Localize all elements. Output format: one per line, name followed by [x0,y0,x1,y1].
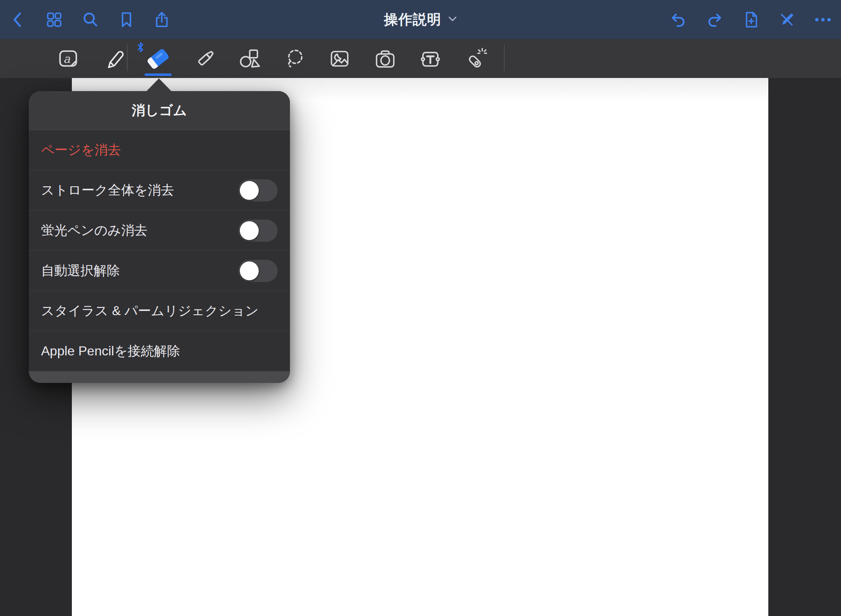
menu-item-disconnect-apple-pencil[interactable]: Apple Pencilを接続解除 [29,331,290,371]
auto-deselect-toggle[interactable] [238,260,278,282]
eraser-icon [146,48,170,70]
page-thumbnails-button[interactable] [44,10,64,30]
popover-header: 消しゴム [29,91,290,130]
document-title-button[interactable]: 操作説明 [384,0,457,39]
svg-text:a: a [63,52,70,65]
image-icon [328,47,351,71]
menu-item-erase-entire-stroke: ストローク全体を消去 [29,170,290,211]
erase-entire-stroke-toggle[interactable] [238,179,278,202]
search-icon [81,10,100,29]
menu-item-erase-highlighter-only: 蛍光ペンのみ消去 [29,211,290,251]
menu-item-clear-page[interactable]: ページを消去 [29,130,290,170]
undo-button[interactable] [669,10,688,30]
text-box-icon [419,47,442,71]
popover-footer [29,371,290,383]
pen-crossed-icon [777,10,796,29]
menu-item-label: ストローク全体を消去 [41,181,174,199]
tool-zoom-window[interactable]: a [56,43,80,74]
tool-image[interactable] [327,43,352,74]
toggle-knob [240,221,259,240]
shapes-icon [238,47,261,71]
tool-text[interactable] [418,43,443,74]
top-navigation-bar: 操作説明 [0,0,841,39]
ellipsis-icon [813,10,832,29]
tool-eraser[interactable] [146,43,170,74]
back-chevron-icon [9,10,28,29]
erase-highlighter-only-toggle[interactable] [238,220,278,242]
zoom-window-icon: a [57,47,80,71]
redo-button[interactable] [705,10,724,30]
tool-highlighter[interactable] [193,43,218,74]
menu-item-label: 自動選択解除 [41,262,120,280]
grid-icon [45,10,64,29]
redo-icon [705,10,724,29]
popover-title: 消しゴム [132,101,187,120]
eraser-shine [155,52,163,59]
menu-item-label: Apple Pencilを接続解除 [41,342,180,360]
undo-icon [669,10,688,29]
menu-item-auto-deselect: 自動選択解除 [29,251,290,291]
toggle-knob [240,181,259,200]
more-options-button[interactable] [813,10,833,30]
bookmark-button[interactable] [117,10,136,30]
share-button[interactable] [152,10,172,30]
menu-item-label: ページを消去 [41,141,121,159]
tool-pen[interactable] [103,43,128,74]
menu-item-label: スタイラス & パームリジェクション [41,302,259,320]
app-window: 操作説明 [0,0,841,616]
menu-item-stylus-palm-rejection[interactable]: スタイラス & パームリジェクション [29,291,290,331]
bookmark-icon [117,10,136,29]
chevron-down-icon [448,16,457,23]
share-icon [152,10,171,29]
tool-shapes[interactable] [237,43,262,74]
highlighter-icon [194,47,217,71]
menu-item-label: 蛍光ペンのみ消去 [41,222,147,240]
tool-lasso[interactable] [283,43,307,74]
add-page-button[interactable] [741,10,761,30]
toolbar-divider [504,45,505,71]
readonly-mode-button[interactable] [777,10,797,30]
toggle-knob [240,261,259,280]
tool-laser-pointer[interactable] [463,43,488,74]
bluetooth-icon [137,41,144,54]
add-page-icon [742,10,761,29]
tool-camera[interactable] [373,43,398,74]
pen-icon [104,47,127,71]
selected-tool-underline [145,73,172,76]
tools-toolbar: a [0,39,841,78]
lasso-icon [283,47,306,71]
eraser-settings-popover: 消しゴム ページを消去 ストローク全体を消去 蛍光ペンのみ消去 自動選択解除 ス… [29,91,290,383]
camera-icon [374,47,397,71]
laser-pointer-icon [464,47,487,71]
back-button[interactable] [8,10,28,30]
document-title: 操作説明 [384,10,441,29]
search-button[interactable] [80,10,100,30]
